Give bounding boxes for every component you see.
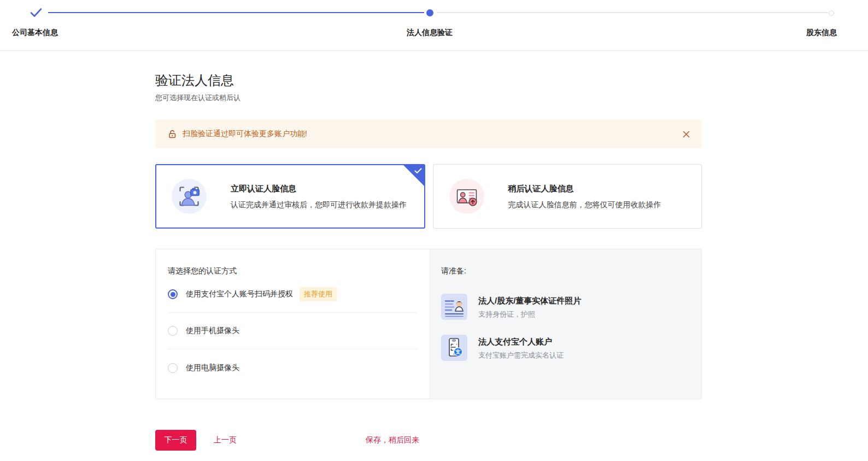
- method-option-phone-camera[interactable]: 使用手机摄像头: [168, 313, 417, 349]
- prepare-item-desc: 支付宝账户需完成实名认证: [478, 351, 564, 360]
- method-label: 使用电脑摄像头: [186, 363, 239, 373]
- auth-methods-panel: 请选择您的认证方式 使用支付宝个人账号扫码并授权 推荐使用 使用手机摄像头 使用…: [156, 249, 429, 399]
- lock-icon: [168, 130, 177, 139]
- step-label-shareholder-info[interactable]: 股东信息: [806, 28, 837, 37]
- close-icon[interactable]: [680, 128, 692, 140]
- step-current-dot: [426, 9, 433, 16]
- page-subtitle: 您可选择现在认证或稍后认: [155, 94, 702, 102]
- verification-choice-cards: 立即认证人脸信息 认证完成并通过审核后，您即可进行收款并提款操作 稍后认证人脸信…: [155, 164, 702, 229]
- prepare-item-id-documents: 法人/股东/董事实体证件照片 支持身份证，护照: [441, 294, 689, 320]
- prepare-heading: 请准备:: [441, 265, 689, 276]
- banner-text: 扫脸验证通过即可体验更多账户功能!: [183, 129, 680, 139]
- previous-page-link[interactable]: 上一页: [214, 435, 237, 445]
- id-document-icon: [441, 294, 467, 320]
- method-label: 使用支付宝个人账号扫码并授权: [186, 289, 293, 299]
- page-title: 验证法人信息: [155, 72, 702, 89]
- prepare-item-alipay-account: 支 法人支付宝个人账户 支付宝账户需完成实名认证: [441, 335, 689, 361]
- card-verify-later[interactable]: 稍后认证人脸信息 完成认证人脸信息前，您将仅可使用收款操作: [433, 164, 702, 229]
- alipay-phone-icon: 支: [441, 335, 467, 361]
- radio-selected[interactable]: [168, 289, 178, 299]
- face-scan-notice-banner: 扫脸验证通过即可体验更多账户功能!: [155, 120, 702, 148]
- stepper-remaining-line: [437, 12, 828, 13]
- step-completed-check-icon: [30, 8, 42, 17]
- card-desc: 认证完成并通过审核后，您即可进行收款并提款操作: [231, 200, 407, 210]
- method-option-alipay-scan[interactable]: 使用支付宝个人账号扫码并授权 推荐使用: [168, 276, 417, 313]
- prepare-item-title: 法人支付宝个人账户: [478, 336, 564, 347]
- prepare-item-texts: 法人支付宝个人账户 支付宝账户需完成实名认证: [478, 335, 564, 360]
- card-verify-now[interactable]: 立即认证人脸信息 认证完成并通过审核后，您即可进行收款并提款操作: [155, 164, 425, 229]
- id-card-upload-icon: [449, 179, 484, 214]
- prepare-item-title: 法人/股东/董事实体证件照片: [478, 295, 581, 306]
- footer-actions: 下一页 上一页 保存，稍后回来: [155, 430, 702, 451]
- step-label-company-info[interactable]: 公司基本信息: [12, 28, 58, 37]
- method-option-computer-camera[interactable]: 使用电脑摄像头: [168, 349, 417, 386]
- stepper-progress-line: [48, 12, 424, 13]
- main-content: 验证法人信息 您可选择现在认证或稍后认 扫脸验证通过即可体验更多账户功能!: [155, 72, 702, 451]
- next-page-button[interactable]: 下一页: [155, 430, 196, 451]
- step-upcoming-circle: [829, 10, 834, 16]
- method-label: 使用手机摄像头: [186, 326, 239, 336]
- auth-method-section: 请选择您的认证方式 使用支付宝个人账号扫码并授权 推荐使用 使用手机摄像头 使用…: [155, 249, 702, 399]
- card-title: 立即认证人脸信息: [231, 183, 407, 194]
- auth-methods-heading: 请选择您的认证方式: [168, 265, 417, 276]
- face-scan-camera-icon: [172, 179, 207, 214]
- prepare-panel: 请准备: 法人/股东/董事实体证: [429, 249, 701, 399]
- card-verify-later-texts: 稍后认证人脸信息 完成认证人脸信息前，您将仅可使用收款操作: [508, 183, 661, 210]
- prepare-item-texts: 法人/股东/董事实体证件照片 支持身份证，护照: [478, 294, 581, 319]
- card-verify-now-texts: 立即认证人脸信息 认证完成并通过审核后，您即可进行收款并提款操作: [231, 183, 407, 210]
- selected-check-icon: [414, 168, 422, 174]
- recommended-badge: 推荐使用: [300, 287, 337, 301]
- radio-unselected[interactable]: [168, 363, 178, 373]
- card-desc: 完成认证人脸信息前，您将仅可使用收款操作: [508, 200, 661, 210]
- svg-text:支: 支: [455, 349, 461, 355]
- radio-unselected[interactable]: [168, 326, 178, 336]
- stepper: 公司基本信息 法人信息验证 股东信息: [0, 0, 868, 51]
- prepare-item-desc: 支持身份证，护照: [478, 310, 581, 319]
- step-label-legal-person-verify[interactable]: 法人信息验证: [407, 28, 453, 37]
- card-title: 稍后认证人脸信息: [508, 183, 661, 194]
- save-return-later-link[interactable]: 保存，稍后回来: [366, 435, 419, 445]
